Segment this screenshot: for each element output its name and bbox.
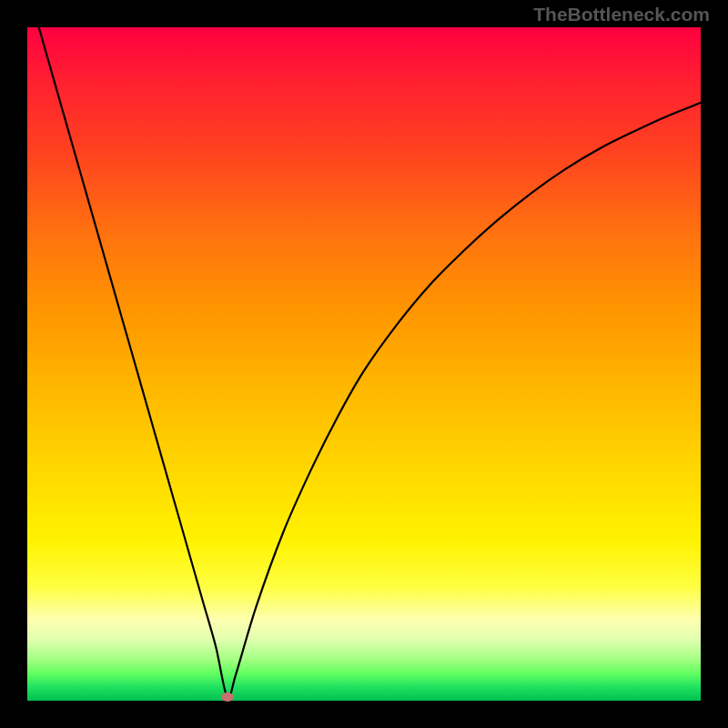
minimum-marker-dot — [221, 693, 234, 702]
bottleneck-curve — [27, 27, 701, 701]
watermark-label: TheBottleneck.com — [533, 4, 710, 25]
chart-area — [27, 27, 701, 701]
